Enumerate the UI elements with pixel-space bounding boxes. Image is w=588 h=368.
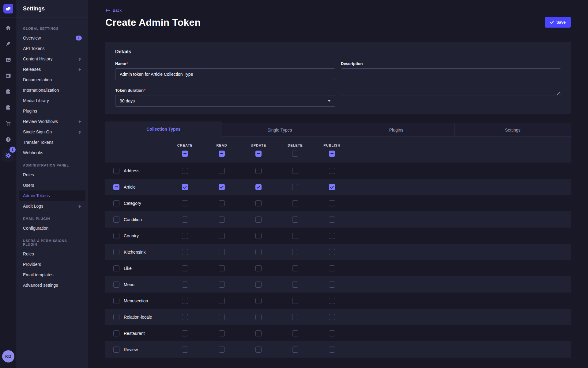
menusection-delete-checkbox[interactable] [292,298,298,304]
category-read-checkbox[interactable] [219,200,225,206]
layout-icon[interactable] [2,70,14,82]
address-publish-checkbox[interactable] [329,168,335,174]
tab-settings[interactable]: Settings [455,123,571,137]
category-delete-checkbox[interactable] [292,200,298,206]
sidebar-item-webhooks[interactable]: Webhooks [19,148,85,158]
back-link[interactable]: Back [105,8,122,13]
menu-update-checkbox[interactable] [255,282,262,288]
sidebar-item-api-tokens[interactable]: API Tokens [19,43,85,54]
row-checkbox-condition[interactable] [113,217,119,223]
address-delete-checkbox[interactable] [292,168,298,174]
row-checkbox-relation-locale[interactable] [113,314,119,320]
review-publish-checkbox[interactable] [329,347,335,353]
category-create-checkbox[interactable] [182,200,188,206]
sidebar-item-transfer-tokens[interactable]: Transfer Tokens [19,137,85,148]
restaurant-create-checkbox[interactable] [182,330,188,336]
address-read-checkbox[interactable] [219,168,225,174]
condition-create-checkbox[interactable] [182,217,188,223]
sidebar-item-releases[interactable]: Releases [19,64,85,75]
country-read-checkbox[interactable] [219,233,225,239]
restaurant-update-checkbox[interactable] [255,330,262,336]
address-create-checkbox[interactable] [182,168,188,174]
sidebar-item-roles[interactable]: Roles [19,249,85,259]
menu-read-checkbox[interactable] [219,282,225,288]
save-button[interactable]: Save [545,17,571,28]
relation-locale-read-checkbox[interactable] [219,314,225,320]
kitchensink-create-checkbox[interactable] [182,249,188,255]
relation-locale-publish-checkbox[interactable] [329,314,335,320]
avatar[interactable]: KD [2,350,14,362]
menusection-create-checkbox[interactable] [182,298,188,304]
cart-icon[interactable] [2,117,14,130]
row-checkbox-kitchensink[interactable] [113,249,119,255]
review-update-checkbox[interactable] [255,347,262,353]
article-publish-checkbox[interactable] [329,184,335,190]
menu-publish-checkbox[interactable] [329,282,335,288]
row-checkbox-menu[interactable] [113,282,119,288]
name-input[interactable] [115,68,335,80]
sidebar-item-single-sign-on[interactable]: Single Sign-On [19,127,85,137]
sidebar-item-email-templates[interactable]: Email templates [19,270,85,280]
restaurant-delete-checkbox[interactable] [292,330,298,336]
select-all-read-checkbox[interactable] [219,151,225,157]
sidebar-item-users[interactable]: Users [19,180,85,190]
row-checkbox-menusection[interactable] [113,298,119,304]
article-update-checkbox[interactable] [255,184,262,190]
like-publish-checkbox[interactable] [329,265,335,271]
row-checkbox-like[interactable] [113,265,119,271]
condition-delete-checkbox[interactable] [292,217,298,223]
article-delete-checkbox[interactable] [292,184,298,190]
like-read-checkbox[interactable] [219,265,225,271]
sidebar-item-documentation[interactable]: Documentation [19,75,85,85]
relation-locale-create-checkbox[interactable] [182,314,188,320]
gear-icon[interactable]: 1 [2,149,14,162]
duration-select[interactable]: 90 days [115,95,335,107]
sidebar-item-content-history[interactable]: Content History [19,54,85,64]
menusection-publish-checkbox[interactable] [329,298,335,304]
select-all-update-checkbox[interactable] [255,151,262,157]
sidebar-item-roles[interactable]: Roles [19,170,85,180]
description-textarea[interactable] [341,68,561,95]
category-publish-checkbox[interactable] [329,200,335,206]
restaurant-read-checkbox[interactable] [219,330,225,336]
kitchensink-update-checkbox[interactable] [255,249,262,255]
article-read-checkbox[interactable] [219,184,225,190]
tab-single-types[interactable]: Single Types [222,123,338,137]
tab-collection-types[interactable]: Collection Types [105,121,222,137]
relation-locale-update-checkbox[interactable] [255,314,262,320]
relation-locale-delete-checkbox[interactable] [292,314,298,320]
select-all-delete-checkbox[interactable] [292,151,298,157]
kitchensink-publish-checkbox[interactable] [329,249,335,255]
sidebar-item-configuration[interactable]: Configuration [19,223,85,233]
like-update-checkbox[interactable] [255,265,262,271]
menu-create-checkbox[interactable] [182,282,188,288]
row-checkbox-address[interactable] [113,168,119,174]
row-checkbox-country[interactable] [113,233,119,239]
home-icon[interactable] [2,22,14,34]
category-update-checkbox[interactable] [255,200,262,206]
select-all-create-checkbox[interactable] [182,151,188,157]
strapi-logo-icon[interactable] [3,4,13,13]
puzzle-2-icon[interactable] [2,102,14,114]
menu-delete-checkbox[interactable] [292,282,298,288]
country-create-checkbox[interactable] [182,233,188,239]
sidebar-item-media-library[interactable]: Media Library [19,95,85,106]
kitchensink-read-checkbox[interactable] [219,249,225,255]
review-read-checkbox[interactable] [219,347,225,353]
condition-publish-checkbox[interactable] [329,217,335,223]
puzzle-icon[interactable] [2,86,14,98]
sidebar-item-advanced-settings[interactable]: Advanced settings [19,280,85,290]
kitchensink-delete-checkbox[interactable] [292,249,298,255]
condition-read-checkbox[interactable] [219,217,225,223]
feather-icon[interactable] [2,38,14,50]
sidebar-item-plugins[interactable]: Plugins [19,106,85,116]
menusection-read-checkbox[interactable] [219,298,225,304]
info-icon[interactable] [2,133,14,146]
menusection-update-checkbox[interactable] [255,298,262,304]
country-delete-checkbox[interactable] [292,233,298,239]
country-publish-checkbox[interactable] [329,233,335,239]
media-images-icon[interactable] [2,54,14,66]
sidebar-item-internationalization[interactable]: Internationalization [19,85,85,95]
row-checkbox-review[interactable] [113,347,119,353]
tab-plugins[interactable]: Plugins [338,123,455,137]
